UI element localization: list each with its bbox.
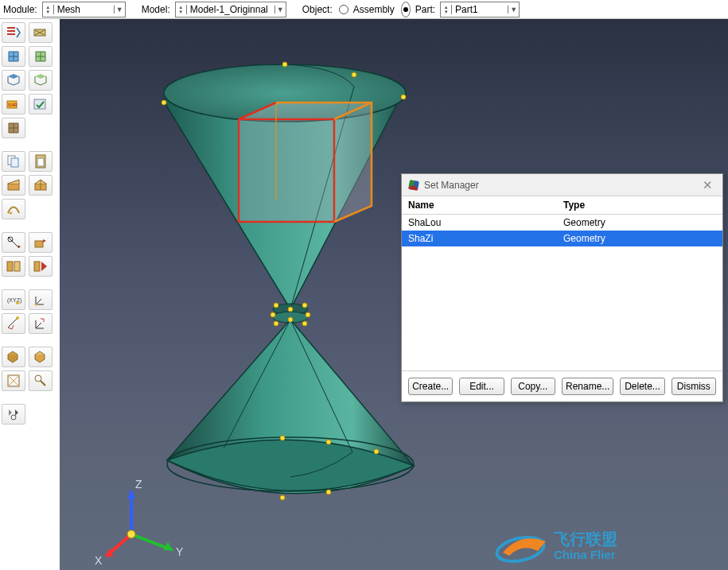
- svg-point-20: [35, 375, 41, 382]
- datum-axis-icon[interactable]: [29, 313, 53, 334]
- svg-text:Y: Y: [176, 545, 184, 558]
- svg-rect-13: [14, 262, 20, 271]
- rename-button[interactable]: Rename...: [562, 378, 613, 395]
- edit-icon[interactable]: [29, 232, 53, 253]
- bottom-up-mesh-icon[interactable]: [2, 118, 25, 138]
- svg-rect-12: [7, 262, 13, 271]
- module-selector[interactable]: ▲▼ Mesh ▼: [42, 2, 126, 17]
- module-label: Module:: [3, 4, 37, 15]
- partition-face-icon[interactable]: [2, 175, 25, 196]
- app-icon: [408, 180, 419, 191]
- svg-point-46: [374, 449, 379, 454]
- cell-type: Geometry: [557, 215, 722, 231]
- svg-point-44: [280, 436, 285, 440]
- svg-rect-7: [37, 158, 44, 166]
- set-list[interactable]: Name Type ShaLou Geometry ShaZi Geometry: [402, 196, 722, 371]
- mesh-toolbox: S4R: [0, 19, 60, 428]
- svg-point-38: [271, 312, 275, 317]
- svg-point-41: [302, 321, 307, 326]
- set-manager-dialog[interactable]: Set Manager ✕ Name Type ShaLou Geometry …: [401, 173, 723, 402]
- mesh-controls-s4r-icon[interactable]: S4R: [2, 94, 25, 114]
- revolve-icon[interactable]: [29, 347, 53, 367]
- table-row[interactable]: ShaLou Geometry: [402, 215, 722, 231]
- svg-text:X: X: [95, 554, 103, 567]
- seed-part-icon[interactable]: [2, 22, 25, 43]
- svg-point-34: [352, 72, 356, 77]
- part-label: Part:: [415, 4, 435, 15]
- part-radio[interactable]: [401, 2, 411, 17]
- sweep-icon[interactable]: [2, 199, 25, 219]
- mesh-region-icon[interactable]: [29, 46, 53, 67]
- svg-rect-11: [35, 241, 43, 247]
- create-button[interactable]: Create...: [408, 378, 453, 395]
- svg-point-36: [274, 303, 278, 308]
- datum-csys-icon[interactable]: [29, 289, 53, 310]
- mesh-part-icon[interactable]: [2, 46, 25, 67]
- query-icon[interactable]: [2, 232, 25, 253]
- copy-icon[interactable]: [2, 151, 25, 172]
- column-name-header[interactable]: Name: [402, 196, 557, 214]
- svg-point-43: [288, 317, 293, 322]
- repair-icon[interactable]: [29, 370, 53, 391]
- tools-icon[interactable]: [2, 404, 25, 425]
- partition-cell-icon[interactable]: [29, 175, 53, 196]
- chevron-down-icon[interactable]: ▼: [274, 6, 286, 14]
- svg-point-32: [162, 100, 166, 105]
- datum-plane-icon[interactable]: [2, 313, 25, 334]
- seed-edges-icon[interactable]: [29, 22, 53, 43]
- svg-point-48: [326, 490, 331, 494]
- dialog-titlebar[interactable]: Set Manager ✕: [402, 174, 722, 196]
- swap-icon[interactable]: [2, 256, 25, 277]
- svg-point-47: [280, 495, 285, 500]
- svg-point-55: [127, 530, 135, 538]
- module-spinner-icon[interactable]: ▲▼: [43, 5, 54, 14]
- object-label: Object:: [302, 4, 333, 15]
- chevron-down-icon[interactable]: ▼: [508, 6, 519, 14]
- svg-rect-8: [8, 184, 19, 190]
- svg-rect-5: [11, 158, 18, 167]
- copy-button[interactable]: Copy...: [511, 378, 555, 395]
- assign-element-type-icon[interactable]: [29, 70, 53, 91]
- svg-point-33: [282, 62, 287, 67]
- module-value: Mesh: [54, 4, 114, 15]
- model-selector[interactable]: ▲▼ Model-1_Originnal ▼: [175, 2, 286, 17]
- svg-marker-26: [239, 119, 334, 222]
- cell-name: ShaLou: [402, 215, 557, 231]
- model-value: Model-1_Originnal: [187, 4, 274, 15]
- assign-mesh-controls-icon[interactable]: [2, 70, 25, 91]
- assembly-label: Assembly: [353, 4, 395, 15]
- sketch-icon[interactable]: [2, 370, 25, 391]
- table-row[interactable]: ShaZi Geometry: [402, 231, 722, 246]
- svg-text:S4R: S4R: [8, 103, 18, 107]
- cube-overlay: [239, 103, 372, 222]
- svg-point-17: [35, 304, 37, 306]
- svg-marker-50: [127, 491, 135, 498]
- delete-button[interactable]: Delete...: [620, 378, 664, 395]
- cell-type: Geometry: [557, 231, 722, 246]
- merge-icon[interactable]: [29, 256, 53, 277]
- close-icon[interactable]: ✕: [699, 178, 716, 192]
- cell-name: ShaZi: [402, 231, 557, 246]
- svg-point-39: [306, 312, 310, 317]
- svg-point-40: [274, 321, 278, 326]
- paste-icon[interactable]: [29, 151, 53, 172]
- assembly-radio[interactable]: [339, 5, 348, 14]
- svg-rect-14: [34, 262, 40, 271]
- extrude-icon[interactable]: [2, 347, 25, 367]
- part-value: Part1: [452, 4, 508, 15]
- svg-point-45: [326, 440, 331, 444]
- verify-mesh-icon[interactable]: [29, 94, 53, 114]
- part-selector[interactable]: ▲▼ Part1 ▼: [440, 2, 520, 17]
- column-type-header[interactable]: Type: [557, 196, 722, 214]
- part-spinner-icon[interactable]: ▲▼: [441, 5, 452, 14]
- model-spinner-icon[interactable]: ▲▼: [176, 5, 187, 14]
- edit-button[interactable]: Edit...: [459, 378, 504, 395]
- svg-point-21: [11, 415, 16, 420]
- svg-text:Z: Z: [135, 478, 142, 491]
- svg-point-18: [16, 316, 19, 320]
- datum-xyz-icon[interactable]: (XYZ): [2, 289, 25, 310]
- model-label: Model:: [142, 4, 170, 15]
- chevron-down-icon[interactable]: ▼: [114, 6, 125, 14]
- dismiss-button[interactable]: Dismiss: [672, 378, 716, 395]
- svg-point-37: [302, 303, 307, 308]
